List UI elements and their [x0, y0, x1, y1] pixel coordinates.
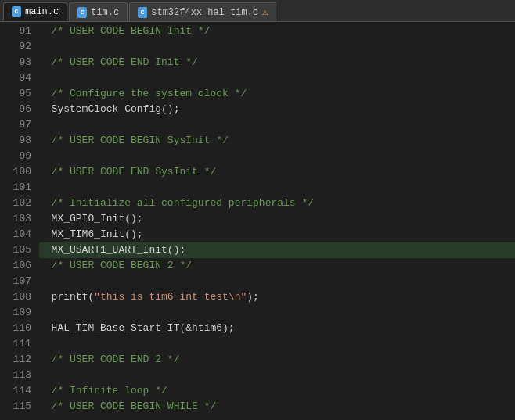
line-number: 92 [0, 39, 31, 55]
code-area[interactable]: /* USER CODE BEGIN Init */ /* USER CODE … [39, 22, 515, 420]
code-line [39, 368, 515, 383]
code-line [39, 149, 515, 164]
line-number: 109 [0, 305, 31, 321]
code-line [39, 336, 515, 352]
line-number: 97 [0, 117, 31, 133]
code-line [39, 117, 515, 133]
line-number: 107 [0, 274, 31, 289]
tab-tim-c-label: tim.c [91, 7, 119, 18]
line-number: 100 [0, 164, 31, 180]
code-line: MX_GPIO_Init(); [39, 211, 515, 227]
code-line: /* USER CODE BEGIN WHILE */ [39, 399, 515, 415]
line-number: 114 [0, 383, 31, 399]
code-line [39, 180, 515, 196]
c-file-icon: c [12, 6, 21, 17]
line-number: 99 [0, 149, 31, 164]
line-number: 101 [0, 180, 31, 196]
code-line [39, 274, 515, 289]
line-number: 94 [0, 70, 31, 86]
code-line: /* Infinite loop */ [39, 383, 515, 399]
code-line: HAL_TIM_Base_Start_IT(&htim6); [39, 321, 515, 336]
code-line [39, 70, 515, 86]
code-line: SystemClock_Config(); [39, 102, 515, 117]
editor: 9192939495969798991001011021031041051061… [0, 22, 515, 420]
line-number: 106 [0, 258, 31, 274]
line-number: 93 [0, 55, 31, 70]
code-line: MX_USART1_UART_Init(); [39, 242, 515, 258]
code-line: /* Initialize all configured peripherals… [39, 196, 515, 211]
line-number: 103 [0, 211, 31, 227]
code-line: printf("this is tim6 int test\n"); [39, 289, 515, 305]
code-line: /* Configure the system clock */ [39, 86, 515, 102]
line-number: 112 [0, 352, 31, 368]
line-number: 95 [0, 86, 31, 102]
tab-main-c[interactable]: c main.c [3, 2, 67, 21]
line-number: 91 [0, 23, 31, 39]
line-numbers: 9192939495969798991001011021031041051061… [0, 22, 39, 420]
code-line: /* USER CODE END SysInit */ [39, 164, 515, 180]
code-line: /* USER CODE BEGIN 2 */ [39, 258, 515, 274]
line-number: 108 [0, 289, 31, 305]
warning-icon: ⚠ [262, 6, 268, 18]
line-number: 113 [0, 368, 31, 383]
code-line: /* USER CODE BEGIN SysInit */ [39, 133, 515, 149]
line-number: 102 [0, 196, 31, 211]
c-file-icon: c [77, 7, 87, 18]
tab-stm32-label: stm32f4xx_hal_tim.c [151, 7, 258, 18]
line-number: 111 [0, 336, 31, 352]
tab-bar: c main.c c tim.c c stm32f4xx_hal_tim.c ⚠ [0, 0, 515, 22]
tab-main-c-label: main.c [25, 6, 59, 17]
code-line: /* USER CODE BEGIN Init */ [39, 23, 515, 39]
line-number: 110 [0, 321, 31, 336]
code-line: MX_TIM6_Init(); [39, 227, 515, 242]
code-line: /* USER CODE END 2 */ [39, 352, 515, 368]
line-number: 105 [0, 242, 31, 258]
c-file-icon: c [138, 7, 147, 18]
code-line [39, 39, 515, 55]
line-number: 96 [0, 102, 31, 117]
tab-stm32-hal[interactable]: c stm32f4xx_hal_tim.c ⚠ [129, 2, 276, 21]
line-number: 104 [0, 227, 31, 242]
tab-tim-c[interactable]: c tim.c [69, 2, 128, 21]
code-line [39, 305, 515, 321]
code-line: /* USER CODE END Init */ [39, 55, 515, 70]
line-number: 115 [0, 399, 31, 415]
line-number: 98 [0, 133, 31, 149]
